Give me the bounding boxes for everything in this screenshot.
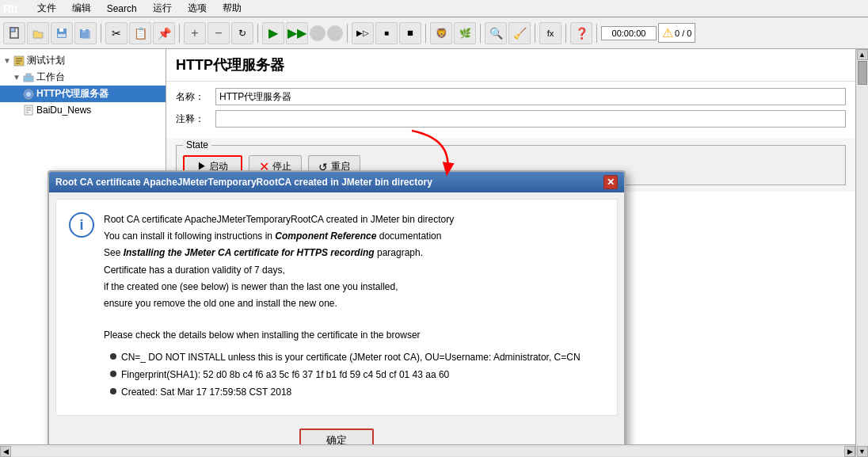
info-icon: i (69, 212, 94, 238)
bullet3: Created: Sat Mar 17 17:59:58 CST 2018 (121, 385, 291, 400)
bullet-list: CN=_ DO NOT INSTALL unless this is your … (110, 350, 604, 401)
body-line6: ensure you remove the old one and instal… (104, 296, 604, 311)
run-no-pause-button[interactable]: ▶▶ (286, 22, 308, 44)
menu-bar: RIt 文件 编辑 Search 运行 选项 帮助 (0, 0, 868, 17)
bullet1: CN=_ DO NOT INSTALL unless this is your … (121, 350, 581, 365)
form-section: 名称： 注释： (166, 82, 855, 139)
sep6 (480, 24, 481, 43)
menu-search[interactable]: Search (104, 2, 140, 16)
collapse-button[interactable]: − (207, 22, 230, 44)
svg-point-15 (26, 92, 31, 97)
modal-dialog: Root CA certificate ApacheJMeterTemporar… (48, 170, 626, 457)
tree-button[interactable]: 🌿 (454, 22, 476, 44)
bullet2: Fingerprint(SHA1): 52 d0 8b c4 f6 a3 5c … (121, 368, 449, 383)
template-button[interactable]: 🦁 (430, 22, 452, 44)
scroll-up[interactable]: ▲ (857, 49, 868, 60)
svg-rect-13 (26, 74, 31, 77)
modal-text: Root CA certificate ApacheJMeterTemporar… (104, 212, 604, 402)
timer-display: 00:00:00 (601, 26, 657, 40)
save-all-button[interactable] (74, 22, 97, 44)
svg-rect-1 (10, 28, 15, 32)
scroll-left[interactable]: ◀ (0, 446, 11, 457)
expand-icon-2: ▼ (13, 73, 22, 82)
body-line1: Root CA certificate ApacheJMeterTemporar… (104, 212, 604, 227)
bullet-dot-2 (110, 371, 116, 377)
menu-help[interactable]: 帮助 (219, 0, 245, 17)
save-button[interactable] (51, 22, 73, 44)
modal-title: Root CA certificate ApacheJMeterTemporar… (55, 177, 432, 188)
svg-rect-4 (58, 34, 66, 37)
toolbar: ✂ 📋 📌 + − ↻ ▶ ▶▶ ▶▷ ■ ⏹ 🦁 🌿 🔍 🧹 fx ❓ 00:… (0, 17, 868, 49)
sep9 (596, 24, 597, 43)
paste-button[interactable]: 📌 (153, 22, 175, 44)
tree-item-workbench[interactable]: ▼ 工作台 (0, 69, 166, 86)
tree-item-test-plan[interactable]: ▼ 测试计划 (0, 52, 166, 69)
remote-start-button[interactable]: ▶▷ (352, 22, 374, 44)
workbench-icon (22, 71, 35, 84)
remote-stop-button[interactable]: ■ (375, 22, 398, 44)
comment-input[interactable] (215, 110, 846, 128)
tree-item-http-proxy[interactable]: HTTP代理服务器 (0, 86, 166, 102)
menu-file[interactable]: 文件 (34, 0, 59, 17)
menu-run[interactable]: 运行 (150, 0, 175, 17)
tree-item-baidu-news[interactable]: BaiDu_News (0, 102, 166, 118)
copy-button[interactable]: 📋 (129, 22, 151, 44)
run-button[interactable]: ▶ (262, 22, 284, 44)
scroll-down[interactable]: ▼ (857, 446, 868, 457)
bullet-dot-1 (110, 353, 116, 360)
sep1 (101, 24, 101, 43)
warning-display: ⚠ 0 / 0 (658, 23, 695, 43)
remote-shutdown-button[interactable]: ⏹ (399, 22, 421, 44)
scroll-right[interactable]: ▶ (844, 446, 855, 457)
body-line3: See Installing the JMeter CA certificate… (104, 246, 604, 261)
clear-button[interactable]: 🧹 (508, 22, 531, 44)
stop-button[interactable] (310, 25, 326, 41)
expand-icon: ▼ (3, 56, 13, 65)
modal-body: i Root CA certificate ApacheJMeterTempor… (55, 199, 618, 416)
sep8 (565, 24, 566, 43)
tree-item-label-4: BaiDu_News (36, 105, 91, 116)
cut-button[interactable]: ✂ (105, 22, 128, 44)
horizontal-scrollbar[interactable]: ◀ ▶ (0, 444, 855, 457)
new-button[interactable] (3, 22, 25, 44)
shutdown-button[interactable] (327, 25, 343, 41)
tree-item-label: 测试计划 (27, 54, 65, 67)
baidu-news-icon (22, 104, 35, 116)
tree-item-label-3: HTTP代理服务器 (36, 87, 108, 101)
name-label: 名称： (176, 90, 215, 104)
help-toolbar-button[interactable]: ❓ (570, 22, 592, 44)
state-legend: State (183, 139, 211, 150)
name-input[interactable] (215, 88, 846, 105)
body-line7: Please check the details below when inst… (104, 328, 604, 343)
warning-count: 0 / 0 (675, 29, 691, 38)
function-button[interactable]: fx (539, 22, 562, 44)
bullet-dot-3 (110, 388, 116, 394)
search-toolbar-button[interactable]: 🔍 (485, 22, 507, 44)
comment-label: 注释： (176, 112, 215, 126)
sep4 (347, 24, 348, 43)
h-scroll-track (11, 447, 844, 456)
modal-close-button[interactable]: ✕ (603, 175, 618, 189)
http-proxy-icon (22, 88, 35, 101)
body-line5: if the created one (see below) is newer … (104, 280, 604, 295)
open-button[interactable] (27, 22, 49, 44)
app-logo: RIt (3, 2, 18, 15)
menu-edit[interactable]: 编辑 (69, 0, 94, 17)
tree-item-label-2: 工作台 (36, 70, 65, 84)
body-line4: Certificate has a duration validity of 7… (104, 263, 604, 278)
svg-rect-7 (82, 30, 90, 39)
refresh-button[interactable]: ↻ (231, 22, 253, 44)
modal-titlebar: Root CA certificate ApacheJMeterTemporar… (49, 172, 624, 192)
test-plan-icon (13, 55, 25, 67)
menu-options[interactable]: 选项 (185, 0, 210, 17)
sep3 (257, 24, 258, 43)
sep2 (179, 24, 180, 43)
svg-rect-3 (59, 29, 63, 32)
sep5 (425, 24, 426, 43)
scroll-track (857, 60, 868, 446)
expand-button[interactable]: + (184, 22, 206, 44)
body-line2: You can install it following instruction… (104, 229, 604, 244)
vertical-scrollbar[interactable]: ▲ ▼ (855, 49, 868, 457)
sep7 (535, 24, 535, 43)
scroll-thumb[interactable] (858, 61, 867, 85)
